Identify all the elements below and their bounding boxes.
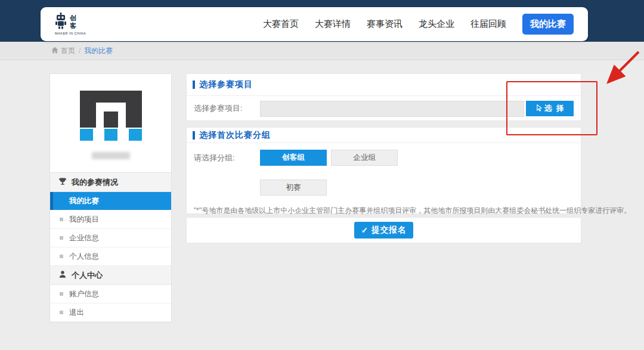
robot-mascot-icon [55,13,68,31]
site-header: 创 客 MAKER IN CHINA 大赛首页 大赛详情 赛事资讯 龙头企业 往… [41,7,588,41]
submit-panel: ✓ 提交报名 [186,217,581,243]
select-project-button[interactable]: 选择 [526,101,574,116]
home-icon [51,47,58,55]
section-title: 选择参赛项目 [199,79,253,90]
breadcrumb-home-label: 首页 [61,46,75,56]
sidebar: 我的参赛情况 我的比赛 我的项目 企业信息 个人信息 个人中心 账户信息 [49,73,172,323]
trophy-icon [58,177,67,187]
blurred-company-name [92,152,130,159]
section-accent-bar [193,80,195,89]
profile-card [49,73,172,173]
bullet-dot-icon [60,218,63,221]
submit-registration-button[interactable]: ✓ 提交报名 [354,222,413,239]
group-form-row: 请选择分组: 创客组 企业组 [187,150,581,166]
sidebar-section-personal-center: 个人中心 [50,266,171,285]
breadcrumb-separator: / [79,47,80,55]
breadcrumb: 首页 / 我的比赛 [0,42,644,60]
group-option-maker[interactable]: 创客组 [260,150,327,166]
select-group-panel: 选择首次比赛分组 请选择分组: 创客组 企业组 初赛 "*"号地市是由各地级以上… [186,127,581,214]
review-note-text: "*"号地市是由各地级以上市中小企业主管部门主办赛事并组织项目评审，其他地市所报… [187,206,581,216]
sidebar-item-personal-info[interactable]: 个人信息 [50,247,171,266]
nav-item-contest-home[interactable]: 大赛首页 [263,18,299,30]
company-logo [80,91,142,128]
logo-char-top: 创 [70,14,76,22]
breadcrumb-home-link[interactable]: 首页 [51,46,75,56]
submit-button-label: 提交报名 [371,225,406,236]
section-accent-bar [193,131,195,140]
bullet-dot-icon [60,292,63,296]
nav-item-past-reviews[interactable]: 往届回顾 [470,18,506,30]
sidebar-item-my-matches[interactable]: 我的比赛 [50,192,171,210]
sidebar-item-company-info[interactable]: 企业信息 [50,229,171,247]
sidebar-item-label: 我的比赛 [69,196,99,206]
bullet-dot-icon [60,236,63,240]
group-field-label: 请选择分组: [194,153,260,163]
sidebar-item-my-projects[interactable]: 我的项目 [50,210,171,229]
round-row-spacer [194,179,260,196]
sidebar-item-label: 账户信息 [69,289,99,299]
nav-my-matches-button[interactable]: 我的比赛 [522,14,574,35]
sidebar-section-title: 个人中心 [72,270,103,281]
select-button-label: 选择 [544,103,568,114]
section-title: 选择首次比赛分组 [199,130,271,141]
nav-item-leading-enterprises[interactable]: 龙头企业 [419,18,454,30]
round-row: 初赛 [187,179,581,196]
select-project-panel: 选择参赛项目 选择参赛项目: 选择 [186,73,581,121]
sidebar-item-label: 企业信息 [69,233,99,243]
sidebar-section-title: 我的参赛情况 [72,177,118,188]
nav-item-contest-details[interactable]: 大赛详情 [315,18,351,30]
bullet-dot-icon [60,311,63,314]
sidebar-item-label: 我的项目 [69,215,99,225]
logo-tagline: MAKER IN CHINA [55,32,86,36]
logo-char-bottom: 客 [70,22,76,30]
user-icon [58,270,67,280]
breadcrumb-current[interactable]: 我的比赛 [84,46,113,56]
company-logo-accents [80,129,142,141]
sidebar-item-label: 退出 [69,308,84,318]
main-nav: 大赛首页 大赛详情 赛事资讯 龙头企业 往届回顾 我的比赛 [263,14,574,35]
select-project-header: 选择参赛项目 [187,74,581,96]
bullet-dot-icon [60,255,63,258]
sidebar-item-label: 个人信息 [69,252,99,262]
project-form-row: 选择参赛项目: 选择 [187,96,581,121]
project-field-label: 选择参赛项目: [194,103,260,114]
group-option-enterprise[interactable]: 企业组 [331,150,398,166]
site-logo[interactable]: 创 客 MAKER IN CHINA [55,13,86,36]
select-group-header: 选择首次比赛分组 [187,128,581,143]
nav-item-contest-news[interactable]: 赛事资讯 [367,18,402,30]
round-option-preliminary[interactable]: 初赛 [260,179,327,196]
check-icon: ✓ [361,225,369,235]
pointer-cursor-icon [535,104,543,113]
project-input[interactable] [260,101,524,117]
sidebar-menu: 我的参赛情况 我的比赛 我的项目 企业信息 个人信息 个人中心 账户信息 [49,173,172,323]
sidebar-section-participation: 我的参赛情况 [50,173,171,192]
sidebar-item-account-info[interactable]: 账户信息 [50,285,171,303]
sidebar-item-logout[interactable]: 退出 [50,303,171,322]
